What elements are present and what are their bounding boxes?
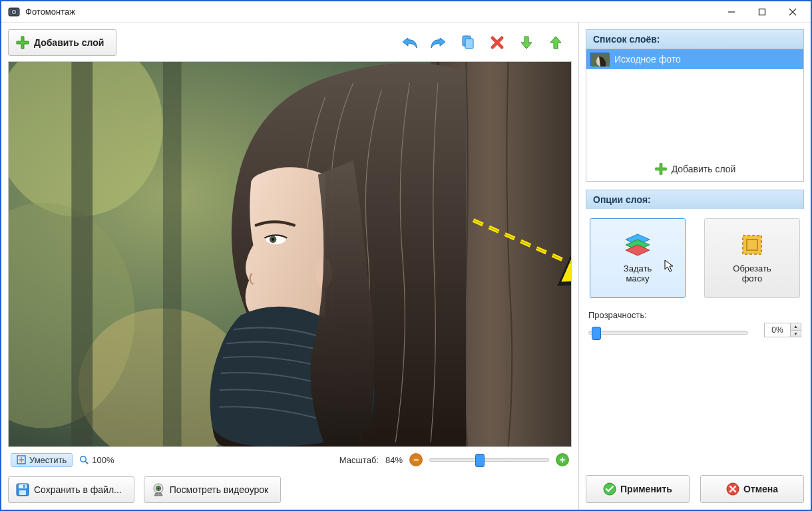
svg-point-19: [272, 238, 274, 241]
fit-label: Уместить: [29, 455, 67, 465]
plus-icon: [15, 35, 30, 50]
zoom-100-button[interactable]: 100%: [79, 455, 114, 465]
fit-button[interactable]: Уместить: [11, 453, 73, 467]
save-to-file-button[interactable]: Сохранить в файл...: [8, 476, 134, 503]
fit-icon: [17, 455, 26, 464]
top-row: Добавить слой: [8, 29, 572, 56]
undo-button[interactable]: [399, 31, 420, 55]
zoom-bar: Уместить 100% Масштаб: 84% − +: [8, 450, 572, 470]
layer-thumbnail: [590, 53, 609, 66]
cursor-icon: [664, 259, 674, 272]
layer-item[interactable]: Исходное фото: [586, 49, 803, 69]
plus-icon: [654, 162, 668, 176]
window-title: Фотомонтаж: [25, 7, 75, 17]
zoom-slider-thumb[interactable]: [475, 454, 485, 467]
canvas[interactable]: [8, 61, 572, 447]
svg-rect-26: [19, 484, 27, 488]
source-photo: [9, 62, 571, 446]
layer-item-label: Исходное фото: [614, 54, 681, 65]
opacity-up[interactable]: ▲: [790, 323, 801, 330]
zoom-out-button[interactable]: −: [409, 453, 423, 466]
svg-rect-4: [759, 9, 765, 15]
delete-button[interactable]: [487, 31, 508, 55]
zoom-in-button[interactable]: +: [556, 453, 569, 466]
zoom-slider[interactable]: [429, 458, 549, 462]
apply-label: Применить: [620, 484, 672, 494]
set-mask-label: Задать маску: [624, 263, 652, 283]
magnifier-icon: [79, 455, 89, 464]
svg-rect-8: [465, 39, 473, 49]
watch-video-button[interactable]: Посмотреть видеоурок: [144, 476, 281, 503]
save-label: Сохранить в файл...: [34, 484, 122, 495]
opacity-slider-thumb[interactable]: [592, 327, 601, 340]
opacity-value: 0%: [765, 323, 790, 337]
opacity-spinbox[interactable]: 0% ▲ ▼: [764, 323, 801, 337]
redo-button[interactable]: [428, 31, 449, 55]
webcam-icon: [151, 482, 166, 497]
floppy-icon: [15, 482, 30, 497]
layers-add-button[interactable]: Добавить слой: [586, 157, 803, 181]
svg-rect-13: [71, 62, 93, 446]
video-label: Посмотреть видеоурок: [170, 484, 268, 495]
scale-value: 84%: [385, 455, 403, 465]
layers-header: Список слоёв:: [586, 29, 804, 49]
check-icon: [603, 482, 616, 496]
options-header: Опции слоя:: [586, 190, 804, 209]
right-bottom-buttons: Применить Отмена: [586, 475, 804, 503]
apply-button[interactable]: Применить: [586, 475, 690, 503]
opacity-down[interactable]: ▼: [790, 330, 801, 337]
left-panel: Добавить слой: [1, 23, 579, 510]
opacity-slider[interactable]: [588, 331, 748, 335]
close-button[interactable]: [777, 1, 808, 23]
cancel-label: Отмена: [743, 484, 778, 494]
crop-photo-button[interactable]: Обрезать фото: [704, 218, 800, 298]
cancel-icon: [726, 482, 739, 496]
svg-point-31: [157, 488, 159, 490]
opacity-row: Прозрачность: 0% ▲ ▼: [586, 306, 804, 337]
set-mask-button[interactable]: Задать маску: [590, 218, 686, 298]
mask-layers-icon: [624, 233, 651, 257]
right-panel: Список слоёв: Исходное фото Добавить сло…: [579, 23, 811, 510]
add-layer-label: Добавить слой: [34, 37, 104, 48]
svg-point-23: [81, 456, 87, 462]
opacity-label: Прозрачность:: [588, 310, 801, 320]
crop-icon: [739, 233, 765, 257]
crop-label: Обрезать фото: [733, 263, 771, 283]
svg-point-2: [13, 11, 15, 13]
app-window: Фотомонтаж Добавить слой: [0, 0, 812, 511]
edit-toolbar: [399, 29, 572, 56]
left-bottom-buttons: Сохранить в файл... Посмотреть видеоурок: [8, 476, 572, 503]
svg-rect-36: [743, 236, 761, 254]
layers-add-label: Добавить слой: [672, 164, 736, 174]
content: Добавить слой: [1, 23, 811, 510]
maximize-button[interactable]: [747, 1, 777, 23]
titlebar: Фотомонтаж: [1, 1, 811, 23]
minimize-button[interactable]: [716, 1, 747, 23]
copy-button[interactable]: [457, 31, 479, 55]
svg-rect-14: [163, 62, 182, 446]
app-icon: [8, 6, 20, 18]
move-up-button[interactable]: [545, 31, 566, 55]
move-down-button[interactable]: [516, 31, 537, 55]
svg-line-24: [86, 461, 89, 464]
svg-rect-27: [19, 490, 26, 495]
svg-rect-28: [23, 485, 25, 488]
zoom-100-label: 100%: [92, 455, 114, 465]
cancel-button[interactable]: Отмена: [700, 475, 804, 503]
scale-label: Масштаб:: [339, 455, 379, 465]
layer-list: Исходное фото Добавить слой: [586, 49, 804, 182]
add-layer-button[interactable]: Добавить слой: [8, 29, 116, 56]
option-cards: Задать маску Обрезать фото: [586, 209, 804, 306]
